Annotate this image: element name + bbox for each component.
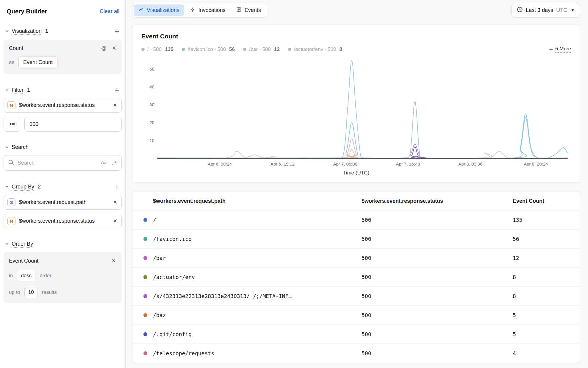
alias-icon[interactable]: @ — [101, 45, 107, 52]
legend-item[interactable]: /bar · 50012 — [243, 46, 280, 52]
filter-operator-select[interactable]: >= — [4, 117, 20, 132]
remove-visualization-icon[interactable]: ✕ — [112, 45, 116, 52]
legend-dot — [182, 48, 185, 51]
add-group-by-button[interactable]: + — [113, 183, 121, 191]
legend-row: / · 500135/favicon.ico · 50056/bar · 500… — [141, 46, 571, 53]
chevron-down-icon[interactable] — [5, 88, 9, 92]
tab-invocations[interactable]: Invocations — [185, 4, 230, 16]
search-input[interactable] — [17, 160, 98, 166]
event-count-chart[interactable]: 1020304050Apr 6, 08:24Apr 6, 19:12Apr 7,… — [141, 56, 571, 169]
match-case-icon[interactable]: Aa — [101, 160, 107, 166]
chevron-down-icon[interactable] — [5, 185, 9, 189]
event-count-cell: 12 — [513, 255, 580, 261]
search-icon — [8, 159, 14, 166]
visualization-card: Count @ ✕ as Event Count — [4, 40, 122, 74]
table-row[interactable]: /.git/config5005 — [132, 325, 580, 344]
regex-icon[interactable]: .* — [111, 160, 117, 166]
group-by-section-header: Group By 2 + — [4, 183, 122, 191]
legend-label: /favicon.ico · 500 — [188, 46, 226, 52]
order-by-field[interactable]: Event Count — [9, 258, 38, 264]
chevron-down-icon[interactable] — [5, 145, 9, 149]
add-visualization-button[interactable]: + — [113, 27, 121, 35]
search-section-label[interactable]: Search — [12, 144, 29, 150]
table-row[interactable]: /baz5005 — [132, 305, 580, 325]
series-color-dot — [143, 351, 147, 355]
order-by-section-header: Order By — [4, 241, 122, 247]
time-range-button[interactable]: Last 3 days UTC ▼ — [511, 3, 580, 18]
event-count-cell: 5 — [513, 312, 580, 318]
clear-all-link[interactable]: Clear all — [100, 8, 119, 15]
order-direction-select[interactable]: desc — [17, 270, 35, 281]
event-count-cell: 8 — [513, 274, 580, 280]
legend-dot — [243, 48, 246, 51]
filter-value-input[interactable] — [24, 117, 122, 132]
chevron-down-icon[interactable] — [5, 242, 9, 246]
table-row[interactable]: /favicon.ico50056 — [132, 229, 580, 248]
filter-section-label[interactable]: Filter — [12, 87, 24, 93]
group-by-field-row[interactable]: N $workers.event.response.status ✕ — [4, 214, 122, 228]
chevron-down-icon: ▼ — [571, 8, 575, 13]
table-header-row: $workers.event.request.path $workers.eve… — [132, 191, 580, 210]
remove-order-by-icon[interactable]: ✕ — [111, 257, 116, 265]
filter-field-row[interactable]: N $workers.event.response.status ✕ — [4, 98, 122, 113]
event-count-cell: 8 — [513, 293, 580, 299]
chevron-down-icon[interactable] — [5, 29, 9, 33]
event-count-panel: Event Count / · 500135/favicon.ico · 500… — [132, 25, 580, 183]
chart-line-icon — [138, 7, 144, 14]
svg-text:10: 10 — [149, 138, 154, 143]
order-by-card: Event Count ✕ in desc order up to 10 res… — [4, 252, 122, 303]
series-color-dot — [143, 256, 147, 260]
response-status-cell: 500 — [362, 255, 513, 261]
svg-text:Apr 7, 06:00: Apr 7, 06:00 — [333, 161, 357, 166]
tab-events[interactable]: Events — [232, 4, 266, 16]
event-count-cell: 56 — [513, 236, 580, 242]
visualization-section-header: Visualization 1 + — [4, 27, 122, 35]
request-path-cell: /bar — [153, 255, 172, 261]
table-row[interactable]: /actuator/env5008 — [132, 267, 580, 286]
events-list-icon — [236, 7, 242, 14]
legend-item[interactable]: / · 500135 — [141, 46, 173, 52]
string-type-badge: S — [7, 198, 15, 206]
table-row[interactable]: /500135 — [132, 210, 580, 229]
remove-filter-icon[interactable]: ✕ — [112, 102, 118, 109]
group-by-count: 2 — [38, 184, 41, 190]
event-count-cell: 4 — [513, 350, 580, 356]
legend-item[interactable]: /actuator/env · 5008 — [288, 46, 342, 52]
response-status-cell: 500 — [362, 312, 513, 318]
visualization-section-label[interactable]: Visualization — [12, 28, 42, 34]
request-path-cell: /baz — [153, 312, 172, 318]
column-header-path: $workers.event.request.path — [132, 198, 362, 204]
series-color-dot — [143, 294, 147, 298]
filter-field-name: $workers.event.response.status — [19, 102, 109, 108]
results-table-panel: $workers.event.request.path $workers.eve… — [132, 191, 580, 363]
svg-text:Apr 6, 08:24: Apr 6, 08:24 — [208, 161, 232, 166]
legend-item[interactable]: /favicon.ico · 50056 — [182, 46, 235, 52]
order-by-section-label[interactable]: Order By — [12, 241, 33, 247]
number-type-badge: N — [7, 101, 15, 109]
filter-count: 1 — [27, 87, 30, 93]
legend-dot — [288, 48, 291, 51]
table-row[interactable]: /bar50012 — [132, 248, 580, 267]
event-count-cell: 135 — [513, 217, 580, 223]
main-area: Visualizations Invocations Events Last 3… — [126, 0, 588, 368]
search-box: Aa .* — [4, 155, 122, 171]
request-path-cell: /telescope/requests — [153, 350, 220, 356]
svg-text:20: 20 — [149, 120, 154, 125]
in-label: in — [9, 273, 13, 279]
as-label: as — [9, 60, 14, 66]
response-status-cell: 500 — [362, 274, 513, 280]
visualization-function[interactable]: Count — [9, 45, 23, 52]
legend-count: 8 — [339, 46, 342, 52]
visualization-alias-field[interactable]: Event Count — [18, 56, 57, 68]
table-row[interactable]: /s/432313e22313e28313e2430313/_/;/META-I… — [132, 286, 580, 305]
tab-visualizations[interactable]: Visualizations — [134, 4, 184, 16]
add-filter-button[interactable]: + — [113, 86, 121, 94]
visualization-count: 1 — [45, 28, 48, 34]
table-row[interactable]: /telescope/requests5004 — [132, 344, 580, 363]
remove-group-by-icon[interactable]: ✕ — [112, 199, 118, 206]
legend-more-button[interactable]: + 6 More — [549, 46, 571, 53]
group-by-field-row[interactable]: S $workers.event.request.path ✕ — [4, 195, 122, 210]
remove-group-by-icon[interactable]: ✕ — [112, 217, 118, 225]
limit-input[interactable]: 10 — [24, 287, 38, 298]
group-by-section-label[interactable]: Group By — [12, 184, 34, 190]
